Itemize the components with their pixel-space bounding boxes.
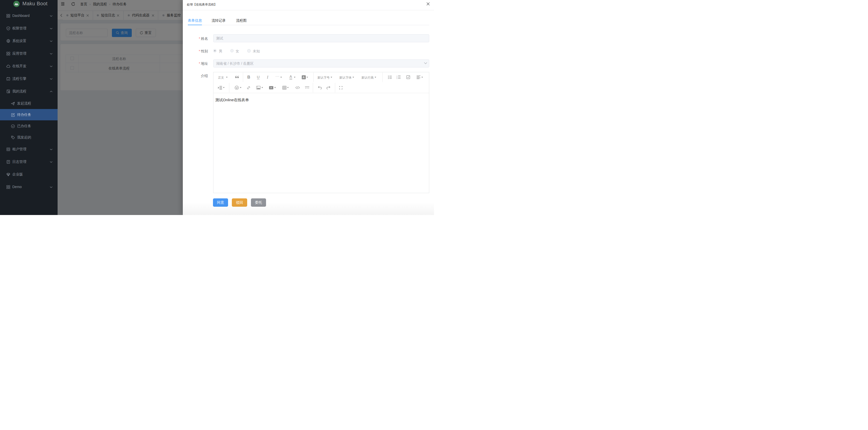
svg-text:3: 3 — [397, 78, 397, 79]
